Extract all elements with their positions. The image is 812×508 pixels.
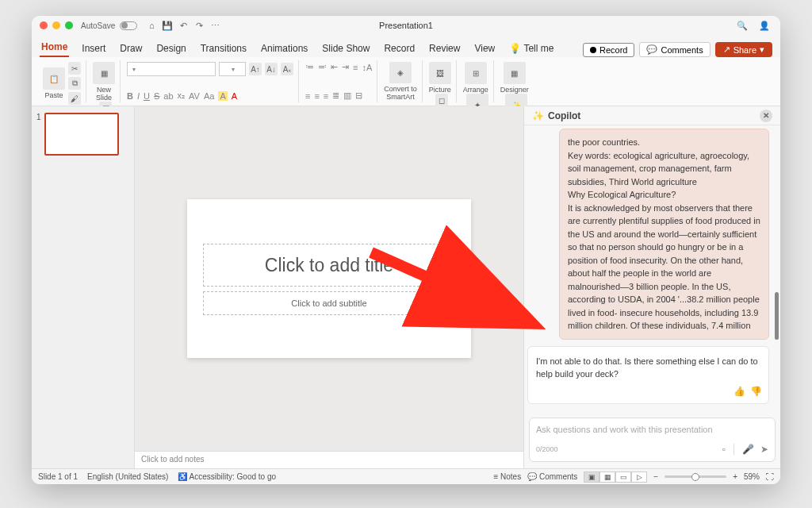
minimize-window-icon[interactable] xyxy=(52,21,60,29)
tab-home[interactable]: Home xyxy=(40,38,69,57)
close-window-icon[interactable] xyxy=(40,21,48,29)
comments-toggle[interactable]: 💬 Comments xyxy=(527,472,577,481)
copilot-scrollbar[interactable] xyxy=(775,292,779,340)
record-button[interactable]: Record xyxy=(583,43,634,57)
fit-window-button[interactable]: ⛶ xyxy=(766,472,774,481)
picture-label: Picture xyxy=(429,86,451,94)
redo-icon[interactable]: ↷ xyxy=(193,20,205,31)
underline-button[interactable]: U xyxy=(144,91,150,101)
indent-inc-icon[interactable]: ⇥ xyxy=(342,62,349,72)
normal-view-button[interactable]: ▣ xyxy=(584,471,599,483)
notes-placeholder[interactable]: Click to add notes xyxy=(135,451,523,468)
copilot-mic-icon[interactable]: 🎤 xyxy=(742,444,754,455)
indent-dec-icon[interactable]: ⇤ xyxy=(331,62,338,72)
changecase-button[interactable]: Aa xyxy=(204,91,214,101)
bold-button[interactable]: B xyxy=(127,91,133,101)
picture-group: 🖼 Picture ◻ A xyxy=(424,60,457,102)
line-spacing-icon[interactable]: ≡ xyxy=(353,63,358,72)
accessibility-status[interactable]: ♿ Accessibility: Good to go xyxy=(178,472,276,481)
copilot-chat: the poor countries. Key words: ecologica… xyxy=(524,125,780,413)
align-text-icon[interactable]: ⊟ xyxy=(355,90,362,101)
reading-view-button[interactable]: ▭ xyxy=(615,471,631,483)
subscript-button[interactable]: x₂ xyxy=(178,90,186,101)
align-right-icon[interactable]: ≡ xyxy=(324,91,328,101)
search-icon[interactable]: 🔍 xyxy=(737,20,748,31)
tab-slideshow[interactable]: Slide Show xyxy=(320,40,371,57)
home-icon[interactable]: ⌂ xyxy=(146,20,157,31)
cut-icon[interactable]: ✂ xyxy=(68,62,81,75)
autosave-toggle[interactable] xyxy=(120,21,137,30)
share-button[interactable]: ↗ Share ▾ xyxy=(715,42,772,57)
picture-icon[interactable]: 🖼 xyxy=(429,62,451,84)
font-color-button[interactable]: A xyxy=(232,91,237,101)
undo-icon[interactable]: ↶ xyxy=(178,20,189,31)
tab-design[interactable]: Design xyxy=(155,40,187,57)
copilot-close-button[interactable]: ✕ xyxy=(760,110,772,122)
title-placeholder[interactable]: Click to add title xyxy=(203,244,455,287)
highlight-button[interactable]: A xyxy=(218,91,227,101)
strike-button[interactable]: S xyxy=(154,91,159,101)
thumbs-up-icon[interactable]: 👍 xyxy=(733,384,745,398)
align-center-icon[interactable]: ≡ xyxy=(314,91,319,101)
copilot-text-input[interactable] xyxy=(536,425,768,434)
justify-icon[interactable]: ≣ xyxy=(332,90,339,101)
copilot-book-icon[interactable]: ▫ xyxy=(722,444,726,455)
overflow-icon[interactable]: ⋯ xyxy=(209,20,220,31)
copilot-user-message: the poor countries. Key words: ecologica… xyxy=(559,129,769,340)
zoom-percent[interactable]: 59% xyxy=(744,472,760,481)
zoom-in-button[interactable]: + xyxy=(733,472,737,481)
maximize-window-icon[interactable] xyxy=(65,21,73,29)
font-family-select[interactable] xyxy=(127,62,216,76)
copilot-panel: ✨ Copilot ✕ the poor countries. Key word… xyxy=(523,106,780,468)
tab-review[interactable]: Review xyxy=(427,40,462,57)
shadow-button[interactable]: ab xyxy=(163,91,173,101)
designer-icon[interactable]: ▦ xyxy=(504,62,526,84)
charspacing-button[interactable]: AV xyxy=(189,91,200,101)
language-status[interactable]: English (United States) xyxy=(87,472,168,481)
font-size-select[interactable] xyxy=(219,62,246,76)
tab-insert[interactable]: Insert xyxy=(80,40,107,57)
tab-record[interactable]: Record xyxy=(382,40,416,57)
zoom-out-button[interactable]: − xyxy=(653,472,658,481)
comments-label: Comments xyxy=(661,45,703,55)
slide-canvas[interactable]: Click to add title Click to add subtitle xyxy=(135,106,523,451)
copilot-input-box[interactable]: 0/2000 ▫ 🎤 ➤ xyxy=(529,418,776,462)
notes-toggle[interactable]: ≡ Notes xyxy=(493,472,521,481)
account-icon[interactable]: 👤 xyxy=(759,20,770,31)
comments-button[interactable]: 💬 Comments xyxy=(639,42,710,57)
copilot-send-icon[interactable]: ➤ xyxy=(760,444,768,455)
tab-view[interactable]: View xyxy=(473,40,496,57)
autosave-label: AutoSave xyxy=(81,21,115,30)
grow-font-icon[interactable]: A↑ xyxy=(249,63,262,75)
shapes-icon[interactable]: ◻ xyxy=(435,94,448,106)
paste-icon[interactable]: 📋 xyxy=(43,67,65,90)
bullets-icon[interactable]: ≔ xyxy=(305,62,314,72)
copilot-logo-icon: ✨ xyxy=(532,110,543,121)
columns-icon[interactable]: ▥ xyxy=(343,90,351,101)
slide-thumbnail-1[interactable] xyxy=(44,113,119,156)
smartart-icon[interactable]: ◈ xyxy=(389,62,412,83)
tab-tellme[interactable]: 💡 Tell me xyxy=(508,40,555,57)
paste-label: Paste xyxy=(44,91,63,99)
sorter-view-button[interactable]: ▦ xyxy=(599,471,615,483)
italic-button[interactable]: I xyxy=(137,91,140,101)
save-icon[interactable]: 💾 xyxy=(162,20,173,31)
clear-format-icon[interactable]: Aₓ xyxy=(281,63,293,75)
zoom-slider[interactable] xyxy=(665,475,726,478)
shrink-font-icon[interactable]: A↓ xyxy=(265,63,278,75)
tab-draw[interactable]: Draw xyxy=(118,40,144,57)
format-painter-icon[interactable]: 🖌 xyxy=(68,92,81,105)
new-slide-icon[interactable]: ▦ xyxy=(93,62,115,84)
text-direction-icon[interactable]: ↕A xyxy=(362,63,372,72)
arrange-icon[interactable]: ⊞ xyxy=(465,62,487,84)
align-left-icon[interactable]: ≡ xyxy=(305,91,310,101)
tab-transitions[interactable]: Transitions xyxy=(199,40,248,57)
arrange-group: ⊞ Arrange ✦ Quick Styles 🪣 ✎ xyxy=(458,60,494,102)
thumbs-down-icon[interactable]: 👎 xyxy=(750,384,762,398)
notes-label: Notes xyxy=(500,472,521,481)
numbering-icon[interactable]: ≕ xyxy=(318,62,327,72)
tab-animations[interactable]: Animations xyxy=(259,40,309,57)
slideshow-view-button[interactable]: ▷ xyxy=(631,471,647,483)
copy-icon[interactable]: ⧉ xyxy=(68,77,81,90)
subtitle-placeholder[interactable]: Click to add subtitle xyxy=(203,291,455,315)
